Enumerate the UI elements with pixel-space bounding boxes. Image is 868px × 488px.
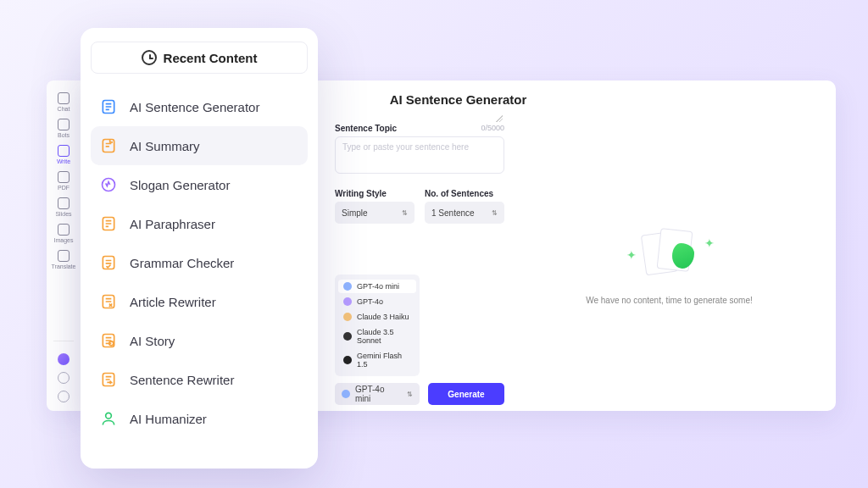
rail-item-write[interactable]: Write — [51, 145, 76, 164]
humanizer-icon — [97, 408, 120, 430]
sentence-count-group: No. of Sentences 1 Sentence ⇅ — [425, 189, 504, 224]
write-icon — [58, 145, 70, 157]
model-name: GPT-4o mini — [357, 282, 399, 291]
sentence-count-value: 1 Sentence — [431, 208, 475, 218]
chevron-updown-icon: ⇅ — [492, 209, 498, 217]
rail-label: Chat — [58, 106, 70, 112]
topic-label: Sentence Topic — [335, 124, 397, 133]
recent-content-panel: Recent Content AI Sentence Generator AI … — [81, 28, 318, 469]
model-icon — [342, 390, 350, 398]
tool-item-story[interactable]: AI Story — [91, 321, 308, 360]
svg-point-9 — [106, 413, 112, 419]
story-icon — [97, 330, 120, 352]
chevron-updown-icon: ⇅ — [402, 209, 408, 217]
topic-input[interactable] — [335, 136, 504, 174]
writing-style-value: Simple — [342, 208, 368, 218]
model-icon — [343, 356, 352, 364]
model-option[interactable]: Claude 3.5 Sonnet — [338, 325, 416, 347]
summary-icon — [97, 135, 120, 157]
rail-settings-icon[interactable] — [58, 372, 70, 384]
sentence-rewriter-icon — [97, 369, 120, 391]
clock-icon — [142, 50, 157, 65]
rail-item-images[interactable]: Images — [51, 224, 76, 243]
model-name: Claude 3 Haiku — [357, 313, 409, 321]
sparkle-icon: ✦ — [704, 236, 715, 250]
rail-item-translate[interactable]: Translate — [51, 250, 76, 269]
paraphraser-icon — [97, 213, 120, 235]
model-name: GPT-4o — [357, 297, 383, 306]
model-icon — [343, 297, 352, 306]
rail-bottom — [53, 336, 74, 402]
writing-style-group: Writing Style Simple ⇅ — [335, 189, 415, 224]
model-select[interactable]: GPT-4o mini ⇅ — [335, 383, 420, 405]
slogan-icon — [97, 174, 120, 196]
tool-item-summary[interactable]: AI Summary — [91, 126, 308, 165]
generate-row: GPT-4o mini ⇅ Generate — [335, 383, 504, 405]
tool-label: AI Summary — [130, 139, 200, 153]
tool-label: Article Rewriter — [130, 295, 216, 309]
rail-item-bots[interactable]: Bots — [51, 119, 76, 138]
rail-label: Slides — [55, 211, 71, 217]
grammar-icon — [97, 252, 120, 274]
rail-item-chat[interactable]: Chat — [51, 92, 76, 112]
translate-icon — [58, 250, 70, 262]
tool-item-sentence-generator[interactable]: AI Sentence Generator — [91, 87, 308, 126]
tool-item-humanizer[interactable]: AI Humanizer — [91, 399, 308, 438]
rail-item-slides[interactable]: Slides — [51, 197, 76, 217]
tool-item-grammar[interactable]: Grammar Checker — [91, 243, 308, 282]
char-counter: 0/5000 — [481, 124, 504, 133]
tool-item-sentence-rewriter[interactable]: Sentence Rewriter — [91, 360, 308, 399]
rail-label: Bots — [58, 132, 70, 138]
tool-label: AI Humanizer — [130, 412, 207, 426]
output-column: ✦ ✦ We have no content, time to generate… — [520, 124, 819, 405]
images-icon — [58, 224, 70, 236]
tool-label: AI Sentence Generator — [130, 100, 259, 114]
tool-list: AI Sentence Generator AI Summary Slogan … — [91, 87, 308, 438]
empty-state-text: We have no content, time to generate som… — [586, 296, 753, 305]
model-option[interactable]: Gemini Flash 1.5 — [338, 349, 416, 371]
model-option[interactable]: GPT-4o mini — [338, 280, 416, 293]
rail-label: Images — [54, 237, 74, 243]
model-name: Claude 3.5 Sonnet — [357, 328, 411, 345]
recent-content-title: Recent Content — [164, 51, 258, 65]
rail-separator — [53, 341, 74, 341]
model-icon — [343, 282, 352, 291]
empty-state: ✦ ✦ We have no content, time to generate… — [520, 124, 819, 405]
bots-icon — [58, 119, 70, 130]
model-option[interactable]: GPT-4o — [338, 295, 416, 308]
tool-item-slogan[interactable]: Slogan Generator — [91, 165, 308, 204]
model-option[interactable]: Claude 3 Haiku — [338, 310, 416, 324]
tool-item-paraphraser[interactable]: AI Paraphraser — [91, 204, 308, 243]
resize-handle-icon[interactable] — [496, 115, 503, 122]
generate-button[interactable]: Generate — [428, 383, 504, 405]
model-icon — [343, 313, 352, 321]
rewriter-icon — [97, 291, 120, 313]
tool-label: AI Paraphraser — [130, 217, 215, 231]
tool-item-rewriter[interactable]: Article Rewriter — [91, 282, 308, 321]
svg-point-2 — [103, 179, 115, 191]
options-row: Writing Style Simple ⇅ No. of Sentences … — [335, 189, 504, 224]
tool-label: Sentence Rewriter — [130, 373, 234, 387]
rail-item-pdf[interactable]: PDF — [51, 171, 76, 191]
sentence-generator-icon — [97, 96, 120, 118]
writing-style-select[interactable]: Simple ⇅ — [335, 202, 415, 224]
rail-upgrade-icon[interactable] — [58, 353, 70, 365]
rail-help-icon[interactable] — [58, 391, 70, 402]
recent-content-header[interactable]: Recent Content — [91, 42, 308, 74]
empty-illustration: ✦ ✦ — [632, 225, 708, 284]
slides-icon — [58, 197, 70, 209]
sentence-count-select[interactable]: 1 Sentence ⇅ — [425, 202, 504, 224]
pdf-icon — [58, 171, 70, 183]
model-name: Gemini Flash 1.5 — [357, 352, 411, 369]
sparkle-icon: ✦ — [626, 248, 637, 262]
model-selected-value: GPT-4o mini — [355, 385, 402, 403]
tool-label: AI Story — [130, 334, 175, 348]
model-icon — [343, 332, 352, 341]
tool-label: Slogan Generator — [130, 178, 230, 192]
rail-label: Write — [57, 158, 70, 164]
topic-label-row: Sentence Topic 0/5000 — [335, 124, 504, 133]
writing-style-label: Writing Style — [335, 189, 415, 198]
sentence-count-label: No. of Sentences — [425, 189, 504, 198]
left-rail: Chat Bots Write PDF Slides Images Transl… — [47, 80, 81, 411]
model-dropdown: GPT-4o mini GPT-4o Claude 3 Haiku Claude… — [335, 274, 420, 376]
